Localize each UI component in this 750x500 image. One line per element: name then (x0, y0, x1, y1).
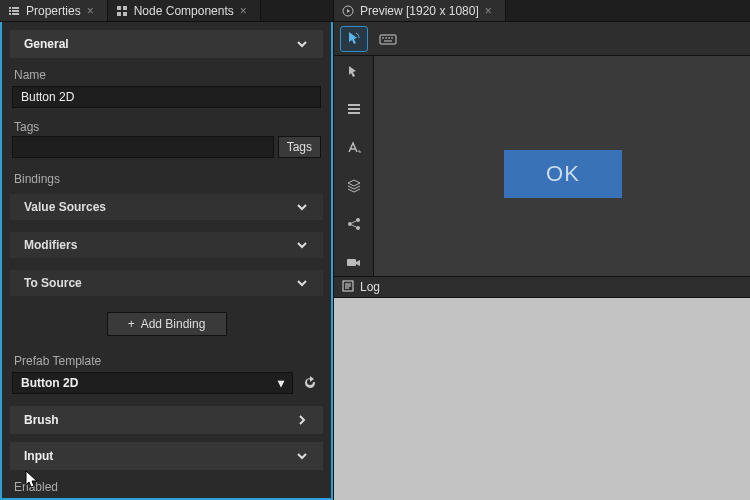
svg-point-8 (356, 226, 360, 230)
name-input[interactable] (12, 86, 321, 108)
chevron-right-icon (295, 413, 309, 427)
left-tab-strip: Properties × Node Components × (0, 0, 333, 22)
ok-button-label: OK (546, 161, 580, 187)
preview-side-toolbar (334, 56, 374, 276)
chevron-down-icon (295, 200, 309, 214)
tags-label: Tags (2, 114, 331, 136)
name-label: Name (2, 62, 331, 84)
prefab-template-select[interactable]: Button 2D ▾ (12, 372, 293, 394)
svg-point-7 (356, 218, 360, 222)
section-title: Modifiers (24, 238, 77, 252)
layers-icon[interactable] (344, 176, 364, 196)
ok-button[interactable]: OK (504, 150, 622, 198)
prefab-value: Button 2D (21, 376, 78, 390)
section-title: General (24, 37, 69, 51)
svg-rect-0 (117, 6, 121, 10)
preview-toolbar (334, 22, 750, 56)
section-input[interactable]: Input (10, 442, 323, 470)
log-header[interactable]: Log (334, 276, 750, 298)
tab-preview[interactable]: Preview [1920 x 1080] × (334, 0, 506, 21)
chevron-down-icon (295, 449, 309, 463)
arrow-tool-icon[interactable] (344, 62, 364, 82)
refresh-icon[interactable] (299, 372, 321, 394)
log-title: Log (360, 280, 380, 294)
section-general[interactable]: General (10, 30, 323, 58)
add-binding-button[interactable]: + Add Binding (107, 312, 227, 336)
section-modifiers[interactable]: Modifiers (10, 232, 323, 258)
tags-input[interactable] (12, 136, 274, 158)
tab-node-components[interactable]: Node Components × (108, 0, 261, 21)
preview-canvas[interactable]: OK (374, 56, 750, 276)
pointer-tool-button[interactable] (340, 26, 368, 52)
preview-area: OK (334, 56, 750, 276)
list-icon (8, 5, 20, 17)
svg-rect-5 (380, 35, 396, 44)
section-to-source[interactable]: To Source (10, 270, 323, 296)
log-icon (342, 280, 354, 295)
svg-point-6 (348, 222, 352, 226)
close-icon[interactable]: × (485, 4, 497, 18)
tab-label: Properties (26, 4, 81, 18)
properties-panel: General Name Tags Tags Bindings Value So… (0, 22, 333, 500)
keyboard-tool-button[interactable] (374, 26, 402, 52)
tab-label: Preview [1920 x 1080] (360, 4, 479, 18)
section-value-sources[interactable]: Value Sources (10, 194, 323, 220)
camera-icon[interactable] (344, 252, 364, 272)
close-icon[interactable]: × (87, 4, 99, 18)
svg-rect-2 (117, 12, 121, 16)
section-brush[interactable]: Brush (10, 406, 323, 434)
chevron-down-icon (295, 238, 309, 252)
svg-rect-1 (123, 6, 127, 10)
chevron-down-icon (295, 37, 309, 51)
components-icon (116, 5, 128, 17)
close-icon[interactable]: × (240, 4, 252, 18)
svg-rect-9 (347, 259, 356, 266)
log-body[interactable] (334, 298, 750, 500)
tags-button[interactable]: Tags (278, 136, 321, 158)
tab-label: Node Components (134, 4, 234, 18)
plus-icon: + (128, 317, 135, 331)
bindings-label: Bindings (2, 166, 331, 188)
share-icon[interactable] (344, 214, 364, 234)
add-binding-label: Add Binding (141, 317, 206, 331)
svg-rect-3 (123, 12, 127, 16)
menu-icon[interactable] (344, 100, 364, 120)
play-icon (342, 5, 354, 17)
enabled-label: Enabled (2, 474, 331, 496)
dropdown-triangle-icon: ▾ (278, 376, 284, 390)
prefab-label: Prefab Template (2, 348, 331, 370)
section-title: Value Sources (24, 200, 106, 214)
font-icon[interactable] (344, 138, 364, 158)
section-title: Input (24, 449, 53, 463)
right-tab-strip: Preview [1920 x 1080] × (334, 0, 750, 22)
tab-properties[interactable]: Properties × (0, 0, 108, 21)
section-title: To Source (24, 276, 82, 290)
section-title: Brush (24, 413, 59, 427)
chevron-down-icon (295, 276, 309, 290)
